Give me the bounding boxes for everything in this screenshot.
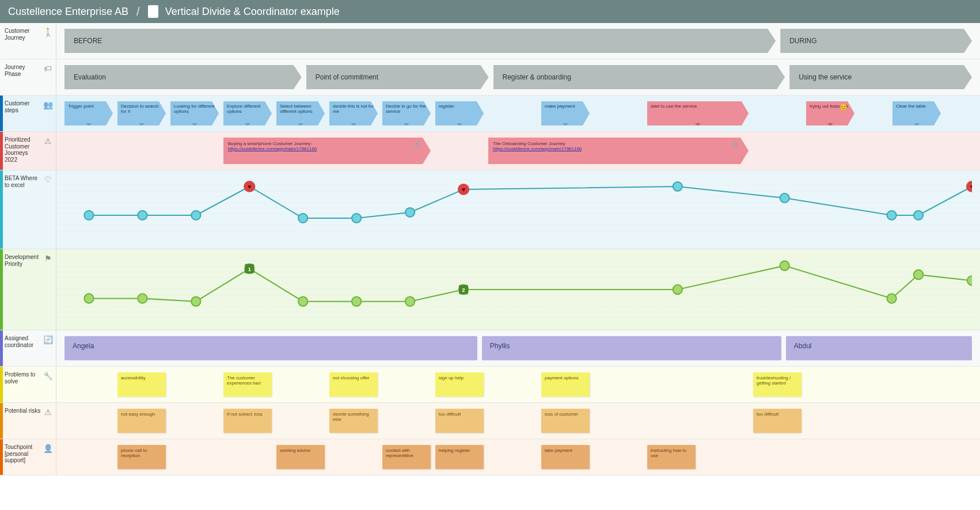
lane-touchpoint[interactable]: phone call to receptionseeking advicecon… <box>56 439 980 475</box>
svg-text:♥: ♥ <box>462 186 466 193</box>
lane-head-risks[interactable]: Potential risks ⚠ <box>0 403 56 439</box>
curve-point[interactable] <box>352 214 361 223</box>
phase-card[interactable]: Point of commitment <box>306 65 489 89</box>
note-card[interactable]: too difficult <box>435 409 484 433</box>
lane-prioritized[interactable]: Buying a smartphone Customer Journey:htt… <box>56 132 980 170</box>
breadcrumb-sep: / <box>136 5 140 18</box>
note-card[interactable]: decide something else <box>329 409 378 433</box>
curve-point[interactable] <box>914 211 923 220</box>
svg-text:♥: ♥ <box>248 183 252 190</box>
lane-head-journey[interactable]: Customer Journey 🚶 <box>0 23 56 59</box>
lane-steps[interactable]: Trigger pointDecision to search for XLoo… <box>56 96 980 132</box>
coordinator-card[interactable]: Abdul <box>786 336 972 360</box>
step-card[interactable]: Trigger point <box>64 101 113 125</box>
journey-link[interactable]: https://custellence.com/app/main/1786118… <box>228 146 317 151</box>
emoji-icon: 😊 <box>840 104 846 111</box>
lane-phase[interactable]: EvaluationPoint of commitmentRegister & … <box>56 59 980 96</box>
note-card[interactable]: take payment <box>541 445 590 469</box>
curve-point[interactable] <box>405 296 415 306</box>
curve-point[interactable] <box>84 211 93 220</box>
tag-icon: 🏷 <box>43 64 52 73</box>
lane-problems[interactable]: accessibilityThe customer experiences ba… <box>56 367 980 403</box>
step-card[interactable]: register <box>435 101 484 125</box>
curve-point[interactable] <box>887 294 897 303</box>
note-card[interactable]: seeking advice <box>276 445 325 469</box>
curve-point[interactable] <box>780 193 789 203</box>
phase-card[interactable]: Using the service <box>789 65 972 89</box>
step-card[interactable]: trying out feature A😊 <box>806 101 854 125</box>
curve-point[interactable] <box>967 276 972 286</box>
coordinator-card[interactable]: Phyllis <box>482 336 781 360</box>
curve-point[interactable] <box>780 261 789 271</box>
curve-point[interactable] <box>84 294 93 303</box>
note-card[interactable]: The customer experiences bad <box>223 372 272 397</box>
curve-point[interactable] <box>191 211 200 220</box>
lane-head-beta[interactable]: BETA Where to excel ♡ <box>0 170 56 249</box>
note-card[interactable]: troubleshooting / getting started <box>753 372 802 397</box>
lane-journey[interactable]: BEFOREDURING <box>56 23 980 59</box>
lane-risks[interactable]: not easy enoughIf not solved: lossdecide… <box>56 403 980 439</box>
curve-point[interactable] <box>914 270 923 280</box>
phase-card[interactable]: Evaluation <box>64 65 302 89</box>
curve-point[interactable] <box>138 211 147 220</box>
svg-text:2: 2 <box>462 287 465 293</box>
lane-head-problems[interactable]: Problems to solve 🔧 <box>0 367 56 403</box>
link-icon: 🔗 <box>413 141 420 147</box>
note-card[interactable]: If not solved: loss <box>223 409 272 433</box>
step-card[interactable]: Explore different options <box>223 101 272 125</box>
lane-beta[interactable]: ♥♥♥ <box>56 170 980 249</box>
step-card[interactable]: Clear the table <box>892 101 941 125</box>
note-card[interactable]: loss of customer <box>541 409 590 433</box>
document-icon <box>148 5 158 18</box>
note-card[interactable]: helping register <box>435 445 484 469</box>
note-card[interactable]: contact with representitive <box>382 445 431 469</box>
note-card[interactable]: not easy enough <box>117 409 166 433</box>
step-card[interactable]: make payment <box>541 101 590 125</box>
svg-text:♥: ♥ <box>970 183 972 190</box>
journey-link[interactable]: https://custellence.com/app/main/1786118… <box>493 146 582 151</box>
note-card[interactable]: sign up help <box>435 372 484 397</box>
curve-point[interactable] <box>673 285 682 295</box>
curve-point[interactable] <box>298 296 307 306</box>
lane-head-steps[interactable]: Customer steps 👥 <box>0 96 56 132</box>
note-card[interactable]: payment options <box>541 372 590 397</box>
phase-card[interactable]: Register & onboarding <box>493 65 785 89</box>
step-card[interactable]: start to use the service <box>647 101 749 125</box>
note-card[interactable]: accessibility <box>117 372 166 397</box>
note-card[interactable]: instructing how to use <box>647 445 696 469</box>
curve-point[interactable] <box>298 214 307 223</box>
map-title[interactable]: Vertical Divide & Coordinator example <box>165 6 340 18</box>
wrench-icon: 🔧 <box>43 371 52 380</box>
lane-head-touchpoint[interactable]: Touchpoint [personal support] 👤 <box>0 439 56 475</box>
journey-stage[interactable]: DURING <box>780 29 972 53</box>
org-name[interactable]: Custellence Enterprise AB <box>8 6 128 18</box>
prioritized-journey-card[interactable]: The Onboarding Customer Journeyhttps://c… <box>488 138 749 164</box>
lane-dev[interactable]: 12 <box>56 249 980 330</box>
lane-head-coordinator[interactable]: Assigned coordinator 🔄 <box>0 330 56 367</box>
lane-head-phase[interactable]: Journey Phase 🏷 <box>0 59 56 96</box>
warning-icon: ⚠ <box>43 408 52 417</box>
note-card[interactable]: not choosing offer <box>329 372 378 397</box>
curve-point[interactable] <box>405 208 415 217</box>
step-card[interactable]: decide this is not for me <box>329 101 378 125</box>
curve-point[interactable] <box>887 211 897 220</box>
curve-point[interactable] <box>352 296 361 306</box>
journey-stage[interactable]: BEFORE <box>64 29 776 53</box>
lane-head-dev[interactable]: Development Priority ⚑ <box>0 249 56 330</box>
heart-icon: ♡ <box>43 175 52 184</box>
step-card[interactable]: Looking for different options <box>170 101 219 125</box>
curve-point[interactable] <box>673 182 682 191</box>
note-card[interactable]: phone call to reception <box>117 445 166 469</box>
curve-point[interactable] <box>191 296 200 306</box>
lane-coordinator[interactable]: AngelaPhyllisAbdul <box>56 330 980 367</box>
sync-icon: 🔄 <box>43 335 52 344</box>
people-icon: 👥 <box>43 100 52 109</box>
step-card[interactable]: Decide to go for the service <box>382 101 431 125</box>
note-card[interactable]: too difficult <box>753 409 802 433</box>
step-card[interactable]: Select between different options <box>276 101 325 125</box>
coordinator-card[interactable]: Angela <box>64 336 477 360</box>
step-card[interactable]: Decision to search for X <box>117 101 166 125</box>
curve-point[interactable] <box>138 294 147 303</box>
lane-head-prioritized[interactable]: Prioritized Customer Journeys 2022 ⚠ <box>0 132 56 170</box>
prioritized-journey-card[interactable]: Buying a smartphone Customer Journey:htt… <box>223 138 431 164</box>
